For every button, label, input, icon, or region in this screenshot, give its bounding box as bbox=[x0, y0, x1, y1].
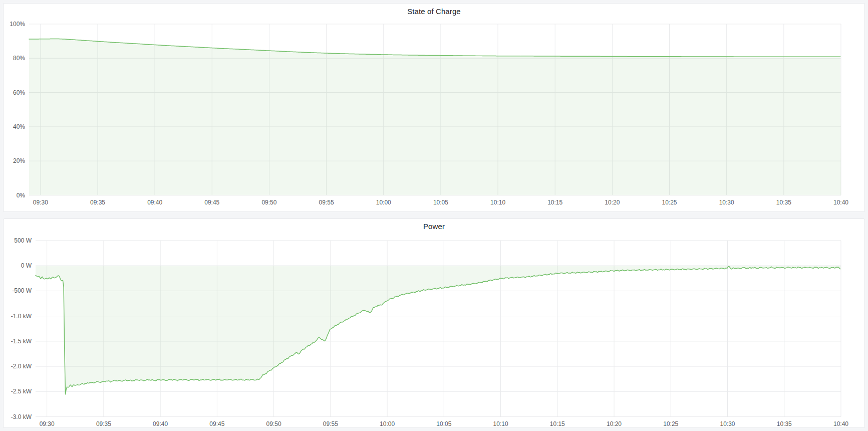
y-tick-label: 100% bbox=[10, 21, 25, 28]
y-tick-label: 20% bbox=[13, 157, 25, 164]
x-tick-label: 10:20 bbox=[605, 199, 620, 206]
panel-power: Power 500 W0 W-500 W-1.0 kW-1.5 kW-2.0 k… bbox=[3, 219, 865, 428]
x-tick-label: 10:35 bbox=[777, 420, 792, 427]
x-tick-label: 09:40 bbox=[147, 199, 162, 206]
x-tick-label: 09:45 bbox=[209, 420, 224, 427]
y-tick-label: -2.5 kW bbox=[11, 388, 32, 395]
x-tick-label: 09:45 bbox=[204, 199, 219, 206]
series-area bbox=[36, 266, 841, 394]
x-tick-label: 10:25 bbox=[662, 199, 677, 206]
x-tick-label: 10:05 bbox=[433, 199, 448, 206]
y-tick-label: 80% bbox=[13, 55, 25, 62]
x-tick-label: 10:15 bbox=[547, 199, 562, 206]
x-tick-label: 09:50 bbox=[266, 420, 281, 427]
x-tick-label: 10:25 bbox=[663, 420, 678, 427]
y-tick-label: -1.5 kW bbox=[11, 337, 32, 344]
power-chart-plot[interactable]: 500 W0 W-500 W-1.0 kW-1.5 kW-2.0 kW-2.5 … bbox=[4, 219, 864, 428]
x-tick-label: 09:30 bbox=[40, 420, 55, 427]
soc-panel-title: State of Charge bbox=[407, 7, 461, 16]
x-tick-label: 09:30 bbox=[33, 199, 48, 206]
x-tick-label: 10:40 bbox=[833, 420, 848, 427]
x-tick-label: 10:20 bbox=[607, 420, 622, 427]
x-tick-label: 09:55 bbox=[319, 199, 334, 206]
x-tick-label: 10:35 bbox=[776, 199, 791, 206]
y-tick-label: -1.0 kW bbox=[11, 312, 32, 319]
y-tick-label: 40% bbox=[13, 123, 25, 130]
x-tick-label: 09:35 bbox=[90, 199, 105, 206]
x-tick-label: 09:40 bbox=[153, 420, 168, 427]
soc-panel-header[interactable]: State of Charge bbox=[4, 4, 864, 19]
y-tick-label: 60% bbox=[13, 89, 25, 96]
x-tick-label: 09:50 bbox=[261, 199, 276, 206]
x-tick-label: 10:00 bbox=[380, 420, 395, 427]
x-tick-label: 10:10 bbox=[493, 420, 508, 427]
x-tick-label: 10:00 bbox=[376, 199, 391, 206]
y-tick-label: 0 W bbox=[21, 262, 32, 269]
x-tick-label: 10:15 bbox=[550, 420, 565, 427]
x-tick-label: 10:30 bbox=[720, 420, 735, 427]
y-tick-label: -500 W bbox=[12, 287, 32, 294]
soc-chart-plot[interactable]: 100%80%60%40%20%0%09:3009:3509:4009:4509… bbox=[4, 4, 864, 211]
x-tick-label: 10:05 bbox=[436, 420, 451, 427]
x-tick-label: 10:40 bbox=[833, 199, 848, 206]
dashboard-page: State of Charge 100%80%60%40%20%0%09:300… bbox=[0, 0, 868, 431]
x-tick-label: 10:30 bbox=[719, 199, 734, 206]
power-panel-header[interactable]: Power bbox=[4, 219, 864, 234]
series-area bbox=[29, 39, 841, 195]
x-tick-label: 10:10 bbox=[490, 199, 505, 206]
y-tick-label: -3.0 kW bbox=[11, 413, 32, 420]
power-panel-title: Power bbox=[423, 222, 445, 231]
x-tick-label: 09:35 bbox=[96, 420, 111, 427]
y-tick-label: -2.0 kW bbox=[11, 363, 32, 370]
y-tick-label: 0% bbox=[17, 192, 26, 199]
panel-state-of-charge: State of Charge 100%80%60%40%20%0%09:300… bbox=[3, 3, 865, 212]
y-tick-label: 500 W bbox=[14, 237, 32, 244]
x-tick-label: 09:55 bbox=[323, 420, 338, 427]
